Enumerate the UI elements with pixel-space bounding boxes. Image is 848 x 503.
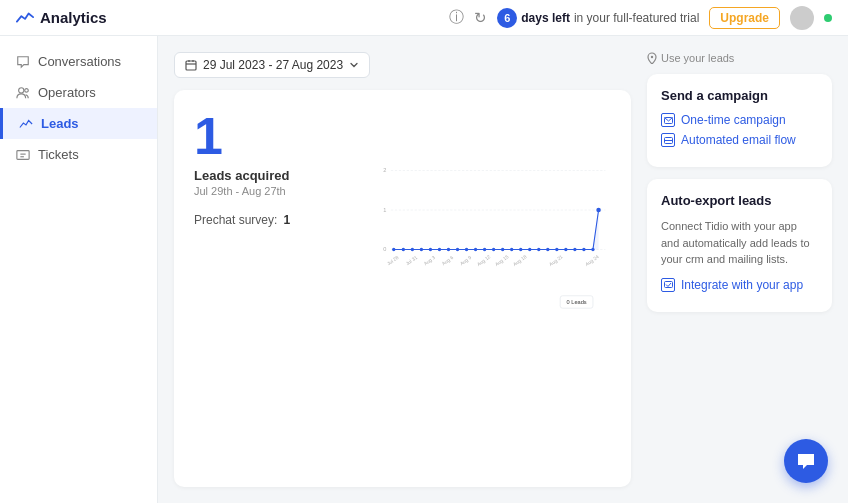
chart-top: 1 Leads acquired Jul 29th - Aug 27th Pre…: [194, 110, 611, 314]
leads-chart: 2 1 0: [374, 110, 611, 310]
sidebar: Conversations Operators Leads Tickets: [0, 36, 158, 503]
svg-rect-5: [186, 61, 196, 70]
sidebar-item-operators[interactable]: Operators: [0, 77, 157, 108]
trial-days: 6: [497, 8, 517, 28]
svg-point-36: [573, 248, 576, 251]
svg-point-28: [501, 248, 504, 251]
breakdown-label: Prechat survey:: [194, 213, 277, 227]
svg-point-34: [555, 248, 558, 251]
svg-point-22: [447, 248, 450, 251]
svg-point-0: [19, 87, 24, 92]
svg-text:Jul 28: Jul 28: [386, 255, 400, 267]
main-left: 29 Jul 2023 - 27 Aug 2023 1 Leads acquir…: [174, 52, 631, 487]
leads-acquired-label: Leads acquired: [194, 168, 354, 183]
auto-export-card: Auto-export leads Connect Tidio with you…: [647, 179, 832, 312]
refresh-icon[interactable]: ↻: [474, 9, 487, 27]
svg-text:2: 2: [383, 167, 386, 173]
email-flow-icon: [661, 133, 675, 147]
trial-sub: in your full-featured trial: [574, 11, 699, 25]
main-layout: Conversations Operators Leads Tickets: [0, 36, 848, 503]
leads-breakdown: Prechat survey: 1: [194, 213, 354, 227]
leads-stat: 1 Leads acquired Jul 29th - Aug 27th Pre…: [194, 110, 354, 314]
sidebar-label-operators: Operators: [38, 85, 96, 100]
svg-point-29: [510, 248, 513, 251]
chat-bubble-icon: [795, 450, 817, 472]
svg-point-25: [474, 248, 477, 251]
leads-icon: [19, 117, 33, 131]
svg-point-30: [519, 248, 522, 251]
svg-point-20: [429, 248, 432, 251]
svg-text:Aug 12: Aug 12: [476, 254, 492, 267]
svg-point-52: [651, 56, 653, 58]
right-panel: Use your leads Send a campaign One-time …: [647, 52, 832, 487]
svg-text:Aug 24: Aug 24: [584, 254, 600, 267]
svg-point-26: [483, 248, 486, 251]
email-svg: [664, 117, 673, 124]
chat-icon: [16, 55, 30, 69]
auto-export-title: Auto-export leads: [661, 193, 818, 208]
users-icon: [16, 86, 30, 100]
sidebar-item-leads[interactable]: Leads: [0, 108, 157, 139]
ticket-icon: [16, 148, 30, 162]
svg-point-18: [411, 248, 414, 251]
automated-email-link[interactable]: Automated email flow: [661, 133, 818, 147]
main-content: 29 Jul 2023 - 27 Aug 2023 1 Leads acquir…: [158, 36, 848, 503]
integrate-svg: [664, 281, 673, 288]
svg-point-38: [591, 248, 594, 251]
svg-text:Aug 6: Aug 6: [441, 255, 454, 266]
sidebar-item-conversations[interactable]: Conversations: [0, 46, 157, 77]
send-campaign-card: Send a campaign One-time campaign Automa…: [647, 74, 832, 167]
sidebar-item-tickets[interactable]: Tickets: [0, 139, 157, 170]
chart-area: 2 1 0: [374, 110, 611, 314]
header-right: ⓘ ↻ 6 days left in your full-featured tr…: [449, 6, 832, 30]
svg-point-1: [25, 88, 29, 92]
svg-text:Aug 18: Aug 18: [512, 254, 528, 267]
svg-text:0 Leads: 0 Leads: [567, 299, 587, 305]
chevron-down-icon: [349, 60, 359, 70]
svg-point-24: [465, 248, 468, 251]
trial-days-label: days left: [521, 11, 570, 25]
svg-point-37: [582, 248, 585, 251]
integrate-label: Integrate with your app: [681, 278, 803, 292]
use-leads-text: Use your leads: [661, 52, 734, 64]
sidebar-label-conversations: Conversations: [38, 54, 121, 69]
status-dot: [824, 14, 832, 22]
sidebar-label-tickets: Tickets: [38, 147, 79, 162]
svg-text:Aug 15: Aug 15: [494, 254, 510, 267]
chart-card: 1 Leads acquired Jul 29th - Aug 27th Pre…: [174, 90, 631, 487]
svg-point-32: [537, 248, 540, 251]
svg-text:0: 0: [383, 246, 386, 252]
calendar-icon: [185, 59, 197, 71]
svg-point-35: [564, 248, 567, 251]
svg-point-19: [420, 248, 423, 251]
integrate-link[interactable]: Integrate with your app: [661, 278, 818, 292]
avatar[interactable]: [790, 6, 814, 30]
email-flow-svg: [664, 137, 673, 144]
one-time-campaign-label: One-time campaign: [681, 113, 786, 127]
svg-text:Aug 21: Aug 21: [548, 254, 564, 267]
trial-badge: 6 days left in your full-featured trial: [497, 8, 699, 28]
use-leads-label: Use your leads: [647, 52, 832, 64]
svg-point-21: [438, 248, 441, 251]
svg-point-17: [402, 248, 405, 251]
chat-bubble-button[interactable]: [784, 439, 828, 483]
app-logo: Analytics: [16, 9, 107, 27]
auto-export-description: Connect Tidio with your app and automati…: [661, 218, 818, 268]
svg-point-39: [596, 208, 601, 213]
svg-point-16: [392, 248, 395, 251]
svg-text:Aug 3: Aug 3: [423, 255, 436, 266]
date-range-picker[interactable]: 29 Jul 2023 - 27 Aug 2023: [174, 52, 370, 78]
svg-point-23: [456, 248, 459, 251]
email-icon: [661, 113, 675, 127]
app-title: Analytics: [40, 9, 107, 26]
svg-marker-15: [394, 210, 599, 250]
breakdown-value: 1: [283, 213, 290, 227]
integrate-icon: [661, 278, 675, 292]
svg-point-27: [492, 248, 495, 251]
send-campaign-title: Send a campaign: [661, 88, 818, 103]
help-icon[interactable]: ⓘ: [449, 8, 464, 27]
one-time-campaign-link[interactable]: One-time campaign: [661, 113, 818, 127]
svg-text:Jul 31: Jul 31: [405, 255, 419, 267]
upgrade-button[interactable]: Upgrade: [709, 7, 780, 29]
date-range-label: 29 Jul 2023 - 27 Aug 2023: [203, 58, 343, 72]
